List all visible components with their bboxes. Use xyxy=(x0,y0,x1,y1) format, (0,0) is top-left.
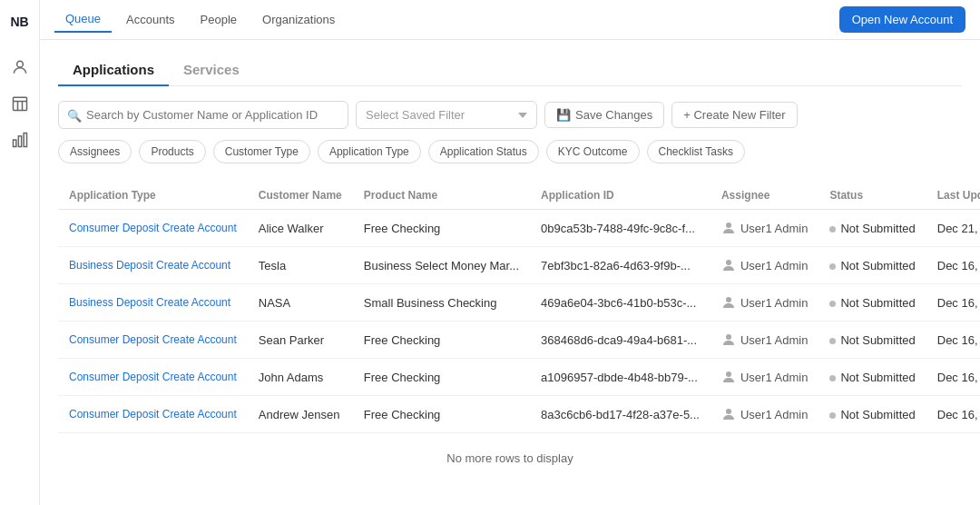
col-header-application-id: Application ID xyxy=(530,182,710,210)
cell-application-id-0: 0b9ca53b-7488-49fc-9c8c-f... xyxy=(530,210,710,247)
save-changes-label: Save Changes xyxy=(575,108,652,122)
people-icon[interactable] xyxy=(4,51,36,84)
search-icon: 🔍 xyxy=(67,108,82,122)
cell-assignee-3: User1 Admin xyxy=(710,322,818,359)
col-header-product-name: Product Name xyxy=(353,182,530,210)
filter-chips: Assignees Products Customer Type Applica… xyxy=(58,140,962,163)
cell-assignee-4: User1 Admin xyxy=(710,359,818,396)
cell-application-type-2[interactable]: Business Deposit Create Account xyxy=(58,284,248,322)
cell-application-type-5[interactable]: Consumer Deposit Create Account xyxy=(58,396,248,433)
cell-last-updated-5: Dec 16, 2022 xyxy=(926,396,980,433)
cell-product-name-5: Free Checking xyxy=(353,396,530,433)
open-new-account-button[interactable]: Open New Account xyxy=(839,6,965,33)
chip-kyc-outcome[interactable]: KYC Outcome xyxy=(546,140,640,163)
table-row: Consumer Deposit Create Account Alice Wa… xyxy=(58,210,980,247)
cell-application-id-3: 368468d6-dca9-49a4-b681-... xyxy=(530,322,710,359)
col-header-assignee: Assignee xyxy=(710,182,818,210)
cell-product-name-1: Business Select Money Mar... xyxy=(353,247,530,284)
cell-assignee-1: User1 Admin xyxy=(710,247,818,284)
chip-products[interactable]: Products xyxy=(139,140,205,163)
cell-application-id-5: 8a3c6cb6-bd17-4f28-a37e-5... xyxy=(530,396,710,433)
table-row: Consumer Deposit Create Account John Ada… xyxy=(58,359,980,396)
cell-assignee-2: User1 Admin xyxy=(710,284,818,322)
col-header-customer-name: Customer Name xyxy=(248,182,353,210)
cell-product-name-3: Free Checking xyxy=(353,322,530,359)
no-more-rows-label: No more rows to display xyxy=(58,433,962,483)
search-input[interactable] xyxy=(58,101,348,129)
cell-customer-name-3: Sean Parker xyxy=(248,322,353,359)
tab-applications[interactable]: Applications xyxy=(58,54,169,86)
building-icon[interactable] xyxy=(4,87,36,120)
table-row: Consumer Deposit Create Account Sean Par… xyxy=(58,322,980,359)
cell-product-name-4: Free Checking xyxy=(353,359,530,396)
cell-last-updated-4: Dec 16, 2022 xyxy=(926,359,980,396)
chip-assignees[interactable]: Assignees xyxy=(58,140,132,163)
svg-point-10 xyxy=(726,409,731,414)
nav-people[interactable]: People xyxy=(190,7,248,32)
applications-table: Application Type Customer Name Product N… xyxy=(58,182,962,483)
cell-status-4: Not Submitted xyxy=(818,359,926,396)
table-row: Business Deposit Create Account Tesla Bu… xyxy=(58,247,980,284)
nav-organizations[interactable]: Organizations xyxy=(251,7,346,32)
cell-assignee-0: User1 Admin xyxy=(710,210,818,247)
cell-assignee-5: User1 Admin xyxy=(710,396,818,433)
chip-application-status[interactable]: Application Status xyxy=(428,140,539,163)
chip-checklist-tasks[interactable]: Checklist Tasks xyxy=(647,140,745,163)
cell-customer-name-5: Andrew Jensen xyxy=(248,396,353,433)
nav-accounts[interactable]: Accounts xyxy=(115,7,185,32)
cell-application-type-1[interactable]: Business Deposit Create Account xyxy=(58,247,248,284)
cell-status-1: Not Submitted xyxy=(818,247,926,284)
svg-rect-2 xyxy=(13,140,15,147)
cell-last-updated-3: Dec 16, 2022 xyxy=(926,322,980,359)
svg-point-9 xyxy=(726,371,731,377)
create-filter-label: + Create New Filter xyxy=(683,108,785,122)
cell-application-type-3[interactable]: Consumer Deposit Create Account xyxy=(58,322,248,359)
save-icon: 💾 xyxy=(556,108,571,122)
cell-application-id-4: a1096957-dbde-4b48-bb79-... xyxy=(530,359,710,396)
save-changes-button[interactable]: 💾 Save Changes xyxy=(544,102,664,128)
cell-status-5: Not Submitted xyxy=(818,396,926,433)
filters-row: 🔍 Select Saved Filter 💾 Save Changes + C… xyxy=(58,101,962,129)
cell-product-name-2: Small Business Checking xyxy=(353,284,530,322)
chart-icon[interactable] xyxy=(4,124,36,156)
col-header-last-updated: Last Updated xyxy=(926,182,980,210)
cell-status-2: Not Submitted xyxy=(818,284,926,322)
cell-status-0: Not Submitted xyxy=(818,210,926,247)
svg-point-6 xyxy=(726,260,731,265)
chip-application-type[interactable]: Application Type xyxy=(318,140,421,163)
svg-rect-3 xyxy=(18,136,21,147)
svg-point-0 xyxy=(16,61,23,67)
cell-customer-name-0: Alice Walker xyxy=(248,210,353,247)
svg-point-8 xyxy=(726,334,731,340)
cell-customer-name-4: John Adams xyxy=(248,359,353,396)
main-content: Queue Accounts People Organizations Open… xyxy=(40,0,980,505)
cell-last-updated-1: Dec 16, 2022 xyxy=(926,247,980,284)
table-row: Consumer Deposit Create Account Andrew J… xyxy=(58,396,980,433)
cell-application-type-0[interactable]: Consumer Deposit Create Account xyxy=(58,210,248,247)
top-nav: Queue Accounts People Organizations Open… xyxy=(40,0,980,40)
cell-status-3: Not Submitted xyxy=(818,322,926,359)
col-header-status: Status xyxy=(818,182,926,210)
cell-customer-name-2: NASA xyxy=(248,284,353,322)
tab-services[interactable]: Services xyxy=(169,54,254,86)
table-header-row: Application Type Customer Name Product N… xyxy=(58,182,980,210)
nav-queue[interactable]: Queue xyxy=(54,6,112,33)
svg-point-5 xyxy=(726,223,731,228)
svg-point-7 xyxy=(726,297,731,302)
cell-product-name-0: Free Checking xyxy=(353,210,530,247)
content-area: Applications Services 🔍 Select Saved Fil… xyxy=(40,40,980,505)
table-row: Business Deposit Create Account NASA Sma… xyxy=(58,284,980,322)
cell-application-type-4[interactable]: Consumer Deposit Create Account xyxy=(58,359,248,396)
saved-filter-select[interactable]: Select Saved Filter xyxy=(356,101,537,129)
svg-rect-1 xyxy=(13,97,26,110)
tab-bar: Applications Services xyxy=(58,54,962,86)
svg-rect-4 xyxy=(24,134,26,147)
search-wrapper: 🔍 xyxy=(58,101,348,129)
cell-application-id-1: 7ebf3bc1-82a6-4d63-9f9b-... xyxy=(530,247,710,284)
col-header-application-type: Application Type xyxy=(58,182,248,210)
chip-customer-type[interactable]: Customer Type xyxy=(213,140,310,163)
create-filter-button[interactable]: + Create New Filter xyxy=(671,102,797,128)
cell-last-updated-0: Dec 21, 2022 xyxy=(926,210,980,247)
cell-last-updated-2: Dec 16, 2022 xyxy=(926,284,980,322)
sidebar: NB xyxy=(0,0,40,505)
